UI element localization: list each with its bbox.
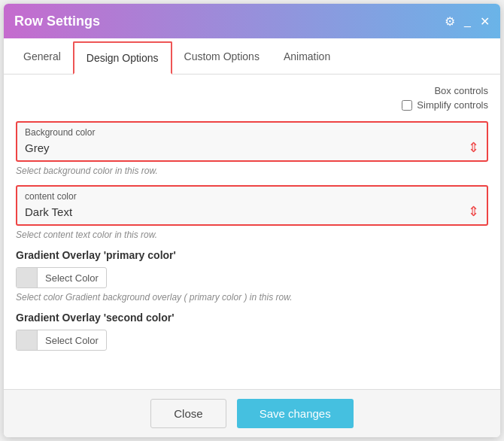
gradient-primary-section: Gradient Overlay 'primary color' Select … [16, 249, 488, 303]
gradient-primary-btn-label: Select Color [38, 269, 106, 287]
tab-custom-options[interactable]: Custom Options [172, 38, 272, 74]
content-color-arrow-icon: ⇕ [468, 203, 479, 220]
gear-icon[interactable]: ⚙ [445, 14, 455, 29]
simplify-row: Simplify controls [402, 99, 488, 111]
gradient-second-section: Gradient Overlay 'second color' Select C… [16, 312, 488, 351]
background-color-value: Grey [25, 141, 50, 154]
background-color-group: Background color Grey ⇕ Select backgroun… [16, 121, 488, 176]
background-color-select[interactable]: Background color Grey ⇕ [16, 121, 488, 162]
tab-design-options[interactable]: Design Options [73, 41, 172, 75]
box-controls-section: Box controls Simplify controls [16, 85, 488, 111]
gradient-primary-color-btn[interactable]: Select Color [16, 267, 107, 288]
window: Row Settings ⚙ _ ✕ General Design Option… [4, 4, 500, 437]
gradient-second-swatch [17, 330, 38, 350]
background-color-arrow-icon: ⇕ [468, 139, 479, 156]
simplify-label: Simplify controls [417, 99, 488, 111]
content-area: Box controls Simplify controls Backgroun… [4, 75, 500, 389]
simplify-checkbox[interactable] [402, 100, 412, 111]
content-color-select[interactable]: content color Dark Text ⇕ [16, 185, 488, 226]
background-color-label: Background color [25, 127, 479, 138]
gradient-second-btn-label: Select Color [38, 332, 106, 349]
tab-general[interactable]: General [11, 38, 73, 74]
close-icon[interactable]: ✕ [480, 14, 490, 29]
footer: Close Save changes [4, 389, 500, 437]
tab-animation[interactable]: Animation [272, 38, 342, 74]
content-color-value-row: Dark Text ⇕ [25, 203, 479, 220]
minimize-icon[interactable]: _ [464, 14, 471, 28]
gradient-second-title: Gradient Overlay 'second color' [16, 312, 488, 324]
save-button[interactable]: Save changes [237, 399, 354, 428]
gradient-primary-hint: Select color Gradient background overlay… [16, 292, 488, 303]
content-color-hint: Select content text color in this row. [16, 230, 488, 240]
gradient-primary-title: Gradient Overlay 'primary color' [16, 249, 488, 261]
content-color-label: content color [25, 191, 479, 202]
box-controls-label: Box controls [434, 85, 488, 96]
background-color-value-row: Grey ⇕ [25, 139, 479, 156]
tabs-bar: General Design Options Custom Options An… [4, 38, 500, 75]
gradient-primary-swatch [17, 268, 38, 287]
close-button[interactable]: Close [150, 399, 226, 428]
window-controls: ⚙ _ ✕ [445, 14, 490, 29]
background-color-hint: Select background color in this row. [16, 166, 488, 176]
titlebar: Row Settings ⚙ _ ✕ [4, 4, 500, 38]
gradient-second-color-btn[interactable]: Select Color [16, 330, 107, 351]
content-color-group: content color Dark Text ⇕ Select content… [16, 185, 488, 240]
window-title: Row Settings [14, 14, 100, 29]
content-color-value: Dark Text [25, 205, 72, 218]
